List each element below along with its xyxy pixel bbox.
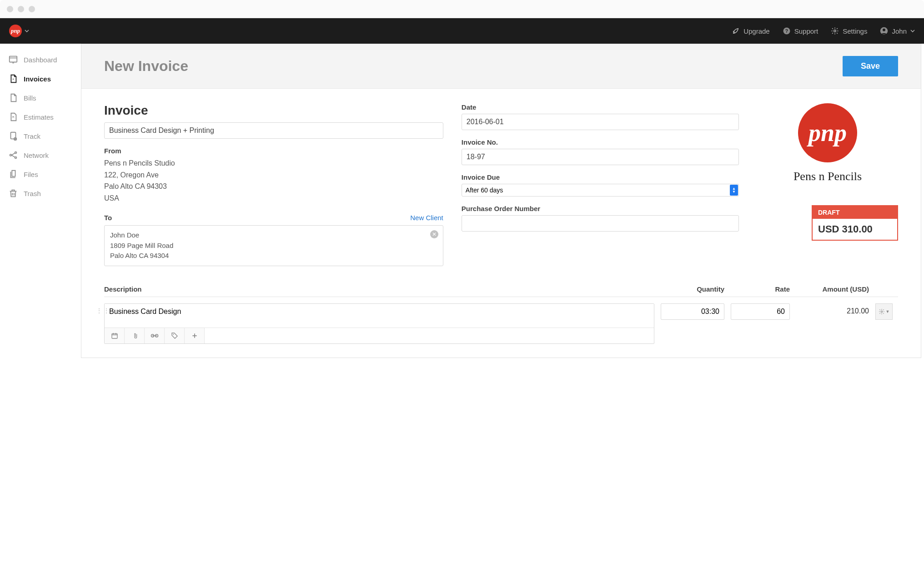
window-chrome [0, 0, 924, 18]
new-client-link[interactable]: New Client [410, 214, 443, 222]
company-logo-icon: pnp [798, 103, 857, 162]
support-label: Support [794, 27, 819, 35]
sidebar-item-label: Bills [24, 94, 36, 102]
page-card: New Invoice Save Invoice From Pens n Pen… [81, 44, 921, 358]
from-country: USA [104, 192, 443, 204]
from-line1: 122, Oregon Ave [104, 169, 443, 181]
sidebar-item-invoices[interactable]: Invoices [0, 69, 81, 88]
due-select[interactable]: After 60 days [462, 184, 739, 197]
company-name: Pens n Pencils [757, 170, 898, 183]
invoice-heading: Invoice [104, 103, 443, 118]
from-label: From [104, 147, 443, 155]
drag-handle-icon[interactable]: ⋮⋮ [96, 307, 110, 314]
user-menu[interactable]: John [880, 27, 915, 35]
svg-text:?: ? [785, 28, 788, 34]
to-name: John Doe [110, 230, 437, 241]
invoice-no-input[interactable] [462, 149, 739, 165]
link-tool-icon[interactable] [145, 328, 165, 343]
po-label: Purchase Order Number [462, 205, 739, 212]
client-box[interactable]: John Doe 1809 Page Mill Road Palo Alto C… [104, 225, 443, 266]
window-dot-min[interactable] [18, 6, 24, 12]
to-line1: 1809 Page Mill Road [110, 241, 437, 251]
chevron-down-icon [910, 30, 915, 32]
sidebar-item-files[interactable]: Files [0, 165, 81, 184]
brand-logo-icon: pnp [9, 25, 22, 37]
from-name: Pens n Pencils Studio [104, 157, 443, 169]
tag-tool-icon[interactable] [165, 328, 185, 343]
items-header-row: Description Quantity Rate Amount (USD) [104, 281, 898, 297]
save-button[interactable]: Save [843, 56, 898, 76]
estimate-icon [8, 112, 18, 122]
window-dot-close[interactable] [7, 6, 13, 12]
item-description-box: Business Card Design [104, 303, 654, 344]
bill-icon [8, 93, 18, 103]
sidebar-item-label: Dashboard [24, 56, 57, 64]
svg-point-8 [10, 154, 12, 156]
sidebar: Dashboard Invoices Bills Estimates Track… [0, 44, 81, 575]
item-row: Business Card Design 210.00 [104, 297, 898, 344]
item-tools [105, 328, 654, 343]
question-icon: ? [783, 27, 791, 35]
settings-link[interactable]: Settings [831, 27, 867, 35]
svg-rect-11 [112, 333, 117, 338]
sidebar-item-estimates[interactable]: Estimates [0, 107, 81, 126]
rocket-icon [732, 27, 740, 35]
item-description-input[interactable]: Business Card Design [105, 304, 654, 328]
due-label: Invoice Due [462, 173, 739, 181]
item-amount: 210.00 [796, 303, 869, 315]
col-amount: Amount (USD) [796, 285, 869, 293]
upgrade-label: Upgrade [743, 27, 770, 35]
from-line2: Palo Alto CA 94303 [104, 181, 443, 192]
status-badge: DRAFT [813, 206, 897, 219]
gear-icon [831, 27, 839, 35]
to-label: To [104, 214, 112, 222]
po-input[interactable] [462, 215, 739, 232]
network-icon [8, 150, 18, 160]
svg-point-2 [834, 30, 836, 32]
svg-point-4 [883, 29, 885, 31]
sidebar-item-track[interactable]: Track [0, 126, 81, 146]
avatar-icon [880, 27, 888, 35]
page-title: New Invoice [104, 58, 188, 75]
item-gear-menu[interactable]: ▼ [875, 303, 893, 320]
sidebar-item-network[interactable]: Network [0, 146, 81, 165]
status-box: DRAFT USD 310.00 [812, 205, 898, 241]
item-rate-input[interactable] [731, 303, 790, 320]
add-tool-icon[interactable] [185, 328, 205, 343]
svg-point-15 [881, 311, 883, 313]
from-address: Pens n Pencils Studio 122, Oregon Ave Pa… [104, 157, 443, 204]
sidebar-item-dashboard[interactable]: Dashboard [0, 50, 81, 69]
files-icon [8, 169, 18, 179]
upgrade-link[interactable]: Upgrade [732, 27, 770, 35]
item-quantity-input[interactable] [661, 303, 724, 320]
attachment-tool-icon[interactable] [125, 328, 145, 343]
date-input[interactable] [462, 114, 739, 130]
invoice-total: USD 310.00 [813, 219, 897, 240]
track-icon [8, 131, 18, 141]
col-description: Description [104, 285, 654, 293]
sidebar-item-label: Files [24, 171, 38, 178]
sidebar-item-label: Trash [24, 190, 41, 197]
support-link[interactable]: ? Support [783, 27, 819, 35]
col-rate: Rate [731, 285, 790, 293]
sidebar-item-trash[interactable]: Trash [0, 184, 81, 203]
svg-point-9 [15, 152, 17, 154]
trash-icon [8, 188, 18, 198]
window-dot-max[interactable] [29, 6, 35, 12]
invoice-no-label: Invoice No. [462, 138, 739, 146]
sidebar-item-label: Network [24, 151, 49, 159]
settings-label: Settings [843, 27, 867, 35]
dashboard-icon [8, 55, 18, 65]
page-header: New Invoice Save [81, 44, 921, 89]
svg-rect-5 [10, 56, 17, 62]
topbar: pnp Upgrade ? Support Settings John [0, 18, 924, 44]
sidebar-item-label: Invoices [24, 75, 51, 83]
date-tool-icon[interactable] [105, 328, 125, 343]
sidebar-item-label: Estimates [24, 113, 54, 121]
brand-menu[interactable]: pnp [9, 25, 29, 37]
sidebar-item-bills[interactable]: Bills [0, 88, 81, 107]
svg-point-10 [15, 157, 17, 159]
user-name: John [892, 27, 907, 35]
invoice-subject-input[interactable] [104, 122, 443, 139]
invoice-icon [8, 74, 18, 84]
